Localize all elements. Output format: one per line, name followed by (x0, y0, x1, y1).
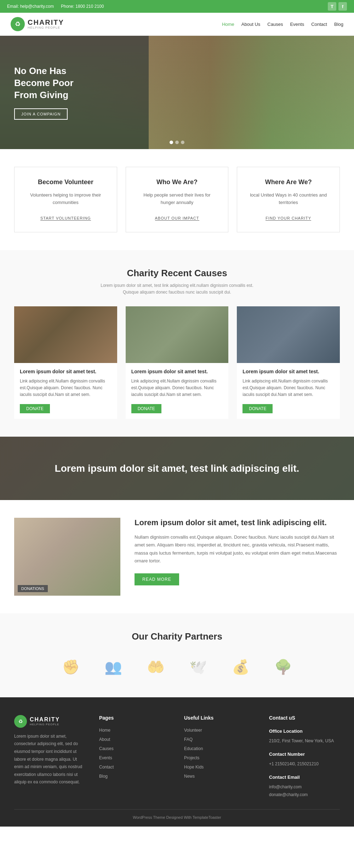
info-card-1-body: Volunteers helping to improve their comm… (24, 192, 107, 206)
causes-grid: Lorem ipsum dolor sit amet test. Link ad… (14, 306, 340, 419)
nav-about[interactable]: About Us (241, 22, 260, 27)
copyright-text: WordPress Theme Designed With TemplateTo… (133, 815, 221, 819)
causes-section: Charity Recent Causes Lorem ipsum dolor … (0, 250, 354, 437)
quote-banner: Lorem ipsum dolor sit amet, test link ad… (0, 437, 354, 500)
footer-links-list: Volunteer FAQ Education Projects Hope Ki… (184, 727, 255, 779)
footer-contact-info: Office Location 210/2, First Tower, New … (269, 727, 340, 799)
footer-col-links: Useful Links Volunteer FAQ Education Pro… (184, 715, 255, 799)
footer-office-label: Office Location (269, 727, 340, 735)
hero-dot-2[interactable] (175, 141, 179, 144)
partners-title: Our Charity Partners (14, 631, 340, 642)
info-card-1-link[interactable]: START VOLUNTEERING (40, 216, 91, 221)
read-more-button[interactable]: READ MORE (135, 573, 179, 585)
donate-button-1[interactable]: DONATE (20, 404, 50, 413)
hero-cta-button[interactable]: JOIN A COMPAIGN (14, 108, 68, 120)
info-card-3-link[interactable]: FIND YOUR CHARITY (266, 216, 311, 221)
footer-phone-label: Contact Number (269, 750, 340, 758)
footer-link-news[interactable]: News (184, 774, 195, 779)
footer-page-events[interactable]: Events (99, 755, 112, 760)
info-card-2-title: Who We Are? (136, 178, 218, 186)
footer-link-projects[interactable]: Projects (184, 755, 199, 760)
hero-content: No One Has Become Poor From Giving JOIN … (0, 51, 106, 134)
footer-email-label: Contact Email (269, 773, 340, 781)
partner-icon-4: 🕊️ (189, 659, 207, 675)
cause-title-1: Lorem ipsum dolor sit amet test. (20, 369, 112, 374)
logo-icon: ♻ (11, 17, 25, 31)
hero-dot-3[interactable] (181, 141, 184, 144)
donate-button-3[interactable]: DONATE (242, 404, 273, 413)
footer-link-hopekids[interactable]: Hope Kids (184, 765, 204, 770)
footer-link-faq[interactable]: FAQ (184, 737, 193, 742)
partner-logo-3: 🤲 (140, 655, 172, 680)
footer-about-text: Lorem ipsum dolor sit amet, consectetur … (14, 733, 85, 786)
header: ♻ CHARITY HELPING PEOPLE Home About Us C… (0, 13, 354, 36)
footer: ♻ CHARITY HELPING PEOPLE Lorem ipsum dol… (0, 697, 354, 827)
footer-grid: ♻ CHARITY HELPING PEOPLE Lorem ipsum dol… (14, 715, 340, 799)
cause-body-2: Lorem ipsum dolor sit amet test. Link ad… (126, 363, 229, 419)
nav-causes[interactable]: Causes (267, 22, 283, 27)
info-card-volunteer: Become Volunteer Volunteers helping to i… (14, 167, 117, 232)
top-bar-left: Email: help@charity.com Phone: 1800 210 … (7, 4, 104, 9)
footer-page-home[interactable]: Home (99, 728, 110, 733)
quote-text: Lorem ipsum dolor sit amet, test link ad… (14, 461, 340, 475)
partner-icon-6: 🌳 (274, 659, 292, 675)
nav-contact[interactable]: Contact (311, 22, 327, 27)
hero-dot-1[interactable] (170, 141, 173, 144)
twitter-icon[interactable]: T (328, 2, 336, 11)
footer-brand: CHARITY (30, 716, 60, 723)
footer-links-title: Useful Links (184, 715, 255, 721)
nav-blog[interactable]: Blog (334, 22, 343, 27)
cause-desc-3: Link adipiscing elit.Nullam dignissim co… (242, 378, 334, 398)
top-bar: Email: help@charity.com Phone: 1800 210 … (0, 0, 354, 13)
footer-logo: ♻ CHARITY HELPING PEOPLE (14, 715, 85, 728)
donate-button-2[interactable]: DONATE (131, 404, 161, 413)
content-text: Lorem ipsum dolor sit amet, test link ad… (135, 518, 340, 585)
footer-phone-number: +1 2150214l0, 215021210 (269, 760, 340, 768)
footer-logo-text: CHARITY HELPING PEOPLE (30, 716, 60, 726)
partner-icon-5: 💰 (232, 659, 250, 675)
footer-page-about[interactable]: About (99, 737, 110, 742)
footer-page-causes[interactable]: Causes (99, 746, 114, 751)
footer-link-education[interactable]: Education (184, 746, 203, 751)
footer-col-contact: Contact uS Office Location 210/2, First … (269, 715, 340, 799)
top-bar-right: T f (328, 2, 347, 11)
donations-label: DONATIONS (18, 585, 48, 592)
partners-section: Our Charity Partners ✊ 👥 🤲 🕊️ 💰 🌳 (0, 613, 354, 697)
partner-logo-5: 💰 (225, 655, 257, 680)
causes-header: Charity Recent Causes Lorem ipsum dolor … (14, 268, 340, 296)
footer-office-address: 210/2, First Tower, New York, USA (269, 737, 340, 745)
brand-name: CHARITY (28, 18, 64, 26)
nav-events[interactable]: Events (290, 22, 304, 27)
cause-title-2: Lorem ipsum dolor sit amet test. (131, 369, 223, 374)
content-body: Nullam dignissim convallis est.Quisque a… (135, 533, 340, 565)
footer-col-pages: Pages Home About Causes Events Contact B… (99, 715, 170, 799)
cause-card-1: Lorem ipsum dolor sit amet test. Link ad… (14, 306, 117, 419)
phone-info: Phone: 1800 210 2100 (61, 4, 104, 9)
content-image: DONATIONS (14, 518, 120, 596)
main-nav: Home About Us Causes Events Contact Blog (222, 22, 343, 27)
footer-page-contact[interactable]: Contact (99, 765, 114, 770)
logo-text: CHARITY HELPING PEOPLE (28, 18, 64, 30)
brand-sub: HELPING PEOPLE (28, 26, 64, 30)
footer-sub: HELPING PEOPLE (30, 723, 60, 726)
cause-card-3: Lorem ipsum dolor sit amet test. Link ad… (237, 306, 340, 419)
partner-icon-3: 🤲 (147, 659, 165, 675)
cause-desc-2: Link adipiscing elit.Nullam dignissim co… (131, 378, 223, 398)
cause-title-3: Lorem ipsum dolor sit amet test. (242, 369, 334, 374)
footer-email-2: donate@charity.com (269, 791, 340, 799)
footer-col-about: ♻ CHARITY HELPING PEOPLE Lorem ipsum dol… (14, 715, 85, 799)
footer-page-blog[interactable]: Blog (99, 774, 108, 779)
info-card-2-link[interactable]: ABOUT OUR IMPACT (155, 216, 199, 221)
email-info: Email: help@charity.com (7, 4, 54, 9)
facebook-icon[interactable]: f (338, 2, 347, 11)
info-cards-section: Become Volunteer Volunteers helping to i… (0, 149, 354, 250)
footer-email-1: info@charity.com (269, 783, 340, 791)
nav-home[interactable]: Home (222, 22, 234, 27)
content-section: DONATIONS Lorem ipsum dolor sit amet, te… (0, 500, 354, 613)
partner-logo-2: 👥 (97, 655, 129, 680)
footer-link-volunteer[interactable]: Volunteer (184, 728, 202, 733)
causes-subtitle-2: Quisque aliquam donec faucibus nunc iacu… (14, 289, 340, 296)
partner-icon-1: ✊ (62, 659, 80, 675)
cause-image-1 (14, 306, 117, 363)
cause-body-3: Lorem ipsum dolor sit amet test. Link ad… (237, 363, 340, 419)
